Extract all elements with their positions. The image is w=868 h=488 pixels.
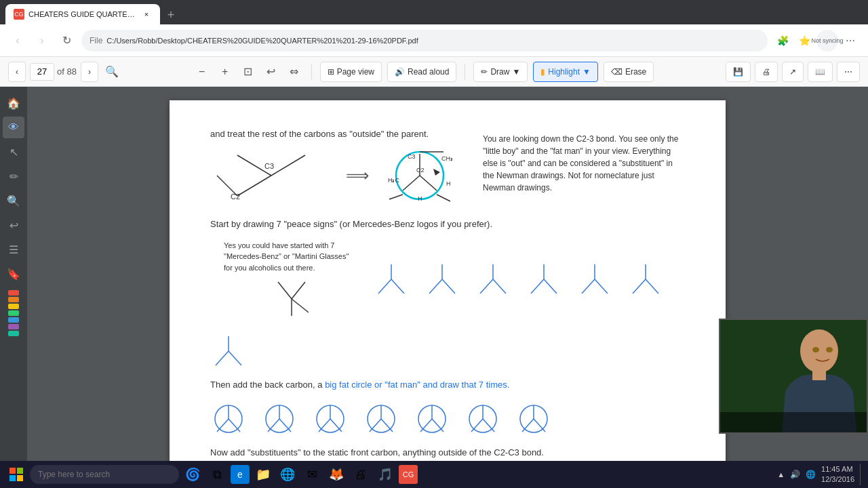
erase-button[interactable]: ⌫ Erase xyxy=(604,62,654,82)
clock: 11:45 AM12/3/2016 xyxy=(821,464,854,485)
newman-circle-7 xyxy=(515,401,553,438)
system-tray-icons[interactable]: ▲ xyxy=(777,470,785,479)
webcam-video xyxy=(720,320,867,432)
new-tab-button[interactable]: + xyxy=(161,5,180,24)
sidebar-toc-btn[interactable]: ☰ xyxy=(3,239,24,260)
swatch-orange[interactable] xyxy=(8,297,19,302)
task-view-icon[interactable]: ⧉ xyxy=(206,464,228,485)
immersive-reader-button[interactable]: 📖 xyxy=(808,62,833,82)
svg-line-29 xyxy=(442,279,455,293)
zoom-out-button[interactable]: − xyxy=(193,63,211,81)
forward-button[interactable]: › xyxy=(33,31,52,50)
menu-button[interactable]: ⋯ xyxy=(841,31,860,50)
pdf-toolbar-right: 💾 🖨 ↗ 📖 ⋯ xyxy=(726,62,860,82)
newman-top-diagram: CH₃ H₃C H H C2 C3 xyxy=(382,148,464,203)
read-aloud-icon: 🔊 xyxy=(395,67,405,77)
sidebar-hand-btn[interactable]: 👁 xyxy=(3,117,24,138)
taskbar: 🌀 ⧉ e 📁 🌐 ✉ 🦊 🖨 🎵 CG ▲ 🔊 🌐 11:45 AM12/3/… xyxy=(0,461,868,488)
svg-line-68 xyxy=(483,419,494,432)
email-icon[interactable]: ✉ xyxy=(301,464,323,485)
svg-text:C2: C2 xyxy=(416,167,425,174)
chrome-icon[interactable]: 🌐 xyxy=(277,464,298,485)
app-icon-3[interactable]: 🎵 xyxy=(374,464,396,485)
share-button[interactable]: ↗ xyxy=(782,62,804,82)
app-icon-1[interactable]: 🦊 xyxy=(326,464,347,485)
swatch-blue[interactable] xyxy=(8,317,19,323)
app-icon-2[interactable]: 🖨 xyxy=(350,464,372,485)
swatch-purple[interactable] xyxy=(8,324,19,329)
svg-marker-13 xyxy=(433,169,440,176)
svg-line-47 xyxy=(217,419,229,432)
newman-circle-6 xyxy=(465,401,502,438)
highlight-button[interactable]: ▮ Highlight ▼ xyxy=(533,62,598,82)
search-pdf-button[interactable]: 🔍 xyxy=(102,62,121,81)
prev-page-button[interactable]: ‹ xyxy=(8,62,26,82)
zoom-in-button[interactable]: + xyxy=(216,63,234,81)
sidebar-navigator-btn[interactable]: 🏠 xyxy=(3,92,24,114)
fat-man-link[interactable]: big fat circle or "fat man" and draw tha… xyxy=(325,380,509,390)
more-options-button[interactable]: ⋯ xyxy=(837,62,860,82)
back-button[interactable]: ‹ xyxy=(8,31,27,50)
extensions-button[interactable]: 🧩 xyxy=(773,31,792,50)
svg-line-48 xyxy=(229,419,240,432)
rotate-button[interactable]: ↩ xyxy=(262,63,280,81)
start-button[interactable] xyxy=(5,464,27,485)
tab-close-button[interactable]: × xyxy=(141,9,152,20)
print-button[interactable]: 🖨 xyxy=(755,62,778,82)
svg-rect-189 xyxy=(17,468,23,474)
network-icon[interactable]: 🌐 xyxy=(806,470,816,479)
svg-line-37 xyxy=(582,279,595,293)
svg-line-55 xyxy=(319,419,330,432)
swatch-green[interactable] xyxy=(8,310,19,316)
peace-sign-intro: Start by drawing 7 "peace signs" (or Mer… xyxy=(210,219,492,229)
peace-sign-5 xyxy=(576,261,614,298)
svg-line-41 xyxy=(646,279,658,293)
edge-icon[interactable]: e xyxy=(231,465,250,484)
svg-line-44 xyxy=(229,351,241,365)
swatch-red[interactable] xyxy=(8,290,19,296)
next-page-button[interactable]: › xyxy=(81,62,98,82)
page-input[interactable]: 27 xyxy=(30,63,54,81)
file-explorer-icon[interactable]: 📁 xyxy=(252,464,274,485)
browser-window: CG CHEATERS GUIDE QUARTER 1 1 ... × + ‹ … xyxy=(0,0,868,461)
show-desktop-btn[interactable] xyxy=(860,464,863,485)
svg-text:H: H xyxy=(418,195,422,202)
account-button[interactable]: Not syncing xyxy=(816,30,838,52)
save-button[interactable]: 💾 xyxy=(726,62,751,82)
cortana-icon[interactable]: 🌀 xyxy=(182,464,203,485)
sidebar-annotate-btn[interactable]: ✏ xyxy=(3,165,24,187)
nav-actions: 🧩 ⭐ Not syncing ⋯ xyxy=(773,30,860,52)
fat-man-intro: Then add the back carbon, a xyxy=(210,380,325,390)
speaker-icon[interactable]: 🔊 xyxy=(790,470,800,479)
sidebar-bookmark-btn[interactable]: 🔖 xyxy=(3,263,24,285)
sidebar-search-btn[interactable]: 🔍 xyxy=(3,190,24,211)
draw-button[interactable]: ✏ Draw ▼ xyxy=(473,62,528,82)
fit-width-button[interactable]: ⇔ xyxy=(285,63,303,81)
svg-text:H: H xyxy=(446,180,451,187)
read-aloud-button[interactable]: 🔊 Read aloud xyxy=(387,62,456,82)
taskbar-search-input[interactable] xyxy=(30,465,179,484)
account-label: Not syncing xyxy=(811,37,843,44)
svg-line-11 xyxy=(389,195,403,199)
peace-sign-3 xyxy=(475,261,512,298)
svg-line-1 xyxy=(271,155,305,176)
swatch-yellow[interactable] xyxy=(8,304,19,309)
swatch-teal[interactable] xyxy=(8,331,19,336)
sidebar-undo-btn[interactable]: ↩ xyxy=(3,214,24,236)
active-tab[interactable]: CG CHEATERS GUIDE QUARTER 1 1 ... × xyxy=(5,4,160,24)
svg-line-2 xyxy=(237,176,271,196)
windows-logo-icon xyxy=(9,468,23,481)
svg-line-8 xyxy=(403,176,420,190)
read-aloud-label: Read aloud xyxy=(408,67,449,77)
svg-line-21 xyxy=(278,282,292,299)
page-view-button[interactable]: ⊞ Page view xyxy=(320,62,382,82)
refresh-button[interactable]: ↻ xyxy=(57,31,76,50)
martini-glass-diagram xyxy=(224,279,359,319)
sidebar-select-btn[interactable]: ↖ xyxy=(3,141,24,163)
svg-text:C2: C2 xyxy=(231,192,240,201)
address-bar[interactable]: File C:/Users/Robb/Desktop/CHEATERS%20GU… xyxy=(81,30,768,52)
file-label: File xyxy=(90,36,102,45)
fit-page-button[interactable]: ⊡ xyxy=(239,63,257,81)
pdf-app-icon[interactable]: CG xyxy=(399,465,418,484)
svg-line-32 xyxy=(493,279,506,293)
